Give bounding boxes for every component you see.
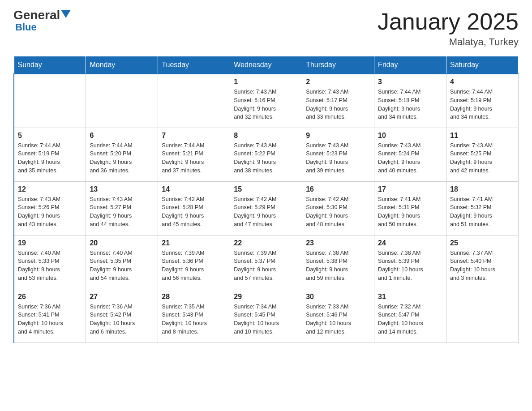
- table-row: 25Sunrise: 7:37 AMSunset: 5:40 PMDayligh…: [446, 235, 519, 289]
- day-number: 31: [378, 293, 442, 301]
- header-saturday: Saturday: [446, 56, 519, 74]
- table-row: 11Sunrise: 7:43 AMSunset: 5:25 PMDayligh…: [446, 128, 519, 181]
- day-info: Sunrise: 7:38 AMSunset: 5:38 PMDaylight:…: [306, 249, 370, 283]
- day-info: Sunrise: 7:44 AMSunset: 5:19 PMDaylight:…: [450, 88, 515, 121]
- table-row: 16Sunrise: 7:42 AMSunset: 5:30 PMDayligh…: [302, 181, 374, 235]
- header-monday: Monday: [86, 56, 158, 74]
- table-row: 1Sunrise: 7:43 AMSunset: 5:16 PMDaylight…: [230, 74, 302, 128]
- day-info: Sunrise: 7:44 AMSunset: 5:20 PMDaylight:…: [90, 141, 154, 175]
- day-info: Sunrise: 7:43 AMSunset: 5:26 PMDaylight:…: [18, 195, 82, 229]
- day-info: Sunrise: 7:43 AMSunset: 5:17 PMDaylight:…: [306, 88, 370, 121]
- table-row: 4Sunrise: 7:44 AMSunset: 5:19 PMDaylight…: [446, 74, 519, 128]
- table-row: 8Sunrise: 7:43 AMSunset: 5:22 PMDaylight…: [230, 128, 302, 181]
- table-row: 26Sunrise: 7:36 AMSunset: 5:41 PMDayligh…: [14, 289, 86, 342]
- header-wednesday: Wednesday: [230, 56, 302, 74]
- day-info: Sunrise: 7:32 AMSunset: 5:47 PMDaylight:…: [378, 303, 442, 336]
- calendar-week-row: 19Sunrise: 7:40 AMSunset: 5:33 PMDayligh…: [14, 235, 519, 289]
- table-row: 19Sunrise: 7:40 AMSunset: 5:33 PMDayligh…: [14, 235, 86, 289]
- day-info: Sunrise: 7:40 AMSunset: 5:33 PMDaylight:…: [18, 249, 82, 283]
- day-number: 11: [450, 132, 515, 140]
- table-row: 17Sunrise: 7:41 AMSunset: 5:31 PMDayligh…: [374, 181, 446, 235]
- table-row: [86, 74, 158, 128]
- day-info: Sunrise: 7:43 AMSunset: 5:25 PMDaylight:…: [450, 141, 515, 175]
- logo: General Blue: [13, 9, 71, 33]
- day-info: Sunrise: 7:33 AMSunset: 5:46 PMDaylight:…: [306, 303, 370, 336]
- header-thursday: Thursday: [302, 56, 374, 74]
- table-row: 12Sunrise: 7:43 AMSunset: 5:26 PMDayligh…: [14, 181, 86, 235]
- day-number: 20: [90, 239, 154, 247]
- calendar-week-row: 5Sunrise: 7:44 AMSunset: 5:19 PMDaylight…: [14, 128, 519, 181]
- table-row: 22Sunrise: 7:39 AMSunset: 5:37 PMDayligh…: [230, 235, 302, 289]
- day-info: Sunrise: 7:43 AMSunset: 5:27 PMDaylight:…: [90, 195, 154, 229]
- table-row: [14, 74, 86, 128]
- day-info: Sunrise: 7:44 AMSunset: 5:19 PMDaylight:…: [18, 141, 82, 175]
- table-row: 18Sunrise: 7:41 AMSunset: 5:32 PMDayligh…: [446, 181, 519, 235]
- day-info: Sunrise: 7:39 AMSunset: 5:37 PMDaylight:…: [234, 249, 298, 283]
- table-row: 10Sunrise: 7:43 AMSunset: 5:24 PMDayligh…: [374, 128, 446, 181]
- day-info: Sunrise: 7:41 AMSunset: 5:32 PMDaylight:…: [450, 195, 515, 229]
- day-number: 27: [90, 293, 154, 301]
- day-number: 28: [162, 293, 226, 301]
- day-info: Sunrise: 7:44 AMSunset: 5:21 PMDaylight:…: [162, 141, 226, 175]
- table-row: 24Sunrise: 7:38 AMSunset: 5:39 PMDayligh…: [374, 235, 446, 289]
- day-info: Sunrise: 7:34 AMSunset: 5:45 PMDaylight:…: [234, 303, 298, 336]
- calendar-subtitle: Malatya, Turkey: [378, 36, 519, 48]
- table-row: 2Sunrise: 7:43 AMSunset: 5:17 PMDaylight…: [302, 74, 374, 128]
- table-row: 13Sunrise: 7:43 AMSunset: 5:27 PMDayligh…: [86, 181, 158, 235]
- day-number: 14: [162, 185, 226, 193]
- day-number: 10: [378, 132, 442, 140]
- day-number: 26: [18, 293, 82, 301]
- header: General Blue January 2025 Malatya, Turke…: [13, 9, 519, 48]
- day-number: 19: [18, 239, 82, 247]
- table-row: 27Sunrise: 7:36 AMSunset: 5:42 PMDayligh…: [86, 289, 158, 342]
- table-row: 3Sunrise: 7:44 AMSunset: 5:18 PMDaylight…: [374, 74, 446, 128]
- table-row: 6Sunrise: 7:44 AMSunset: 5:20 PMDaylight…: [86, 128, 158, 181]
- day-info: Sunrise: 7:36 AMSunset: 5:41 PMDaylight:…: [18, 303, 82, 336]
- day-info: Sunrise: 7:37 AMSunset: 5:40 PMDaylight:…: [450, 249, 515, 283]
- day-info: Sunrise: 7:43 AMSunset: 5:22 PMDaylight:…: [234, 141, 298, 175]
- table-row: 7Sunrise: 7:44 AMSunset: 5:21 PMDaylight…: [158, 128, 230, 181]
- day-number: 13: [90, 185, 154, 193]
- day-info: Sunrise: 7:43 AMSunset: 5:23 PMDaylight:…: [306, 141, 370, 175]
- day-number: 17: [378, 185, 442, 193]
- day-info: Sunrise: 7:36 AMSunset: 5:42 PMDaylight:…: [90, 303, 154, 336]
- logo-general: General: [13, 9, 60, 21]
- day-number: 24: [378, 239, 442, 247]
- day-number: 5: [18, 132, 82, 140]
- day-number: 21: [162, 239, 226, 247]
- table-row: 20Sunrise: 7:40 AMSunset: 5:35 PMDayligh…: [86, 235, 158, 289]
- day-number: 7: [162, 132, 226, 140]
- table-row: 14Sunrise: 7:42 AMSunset: 5:28 PMDayligh…: [158, 181, 230, 235]
- day-info: Sunrise: 7:40 AMSunset: 5:35 PMDaylight:…: [90, 249, 154, 283]
- logo-triangle-icon: [61, 10, 71, 20]
- table-row: 29Sunrise: 7:34 AMSunset: 5:45 PMDayligh…: [230, 289, 302, 342]
- day-info: Sunrise: 7:42 AMSunset: 5:28 PMDaylight:…: [162, 195, 226, 229]
- table-row: [446, 289, 519, 342]
- title-area: January 2025 Malatya, Turkey: [378, 9, 519, 48]
- table-row: 9Sunrise: 7:43 AMSunset: 5:23 PMDaylight…: [302, 128, 374, 181]
- day-info: Sunrise: 7:44 AMSunset: 5:18 PMDaylight:…: [378, 88, 442, 121]
- day-number: 12: [18, 185, 82, 193]
- svg-marker-0: [61, 10, 71, 18]
- day-number: 23: [306, 239, 370, 247]
- table-row: 21Sunrise: 7:39 AMSunset: 5:36 PMDayligh…: [158, 235, 230, 289]
- logo-blue: Blue: [15, 21, 37, 33]
- day-info: Sunrise: 7:43 AMSunset: 5:16 PMDaylight:…: [234, 88, 298, 121]
- day-info: Sunrise: 7:35 AMSunset: 5:43 PMDaylight:…: [162, 303, 226, 336]
- header-tuesday: Tuesday: [158, 56, 230, 74]
- calendar-week-row: 26Sunrise: 7:36 AMSunset: 5:41 PMDayligh…: [14, 289, 519, 342]
- header-friday: Friday: [374, 56, 446, 74]
- day-number: 29: [234, 293, 298, 301]
- header-sunday: Sunday: [14, 56, 86, 74]
- calendar-table: Sunday Monday Tuesday Wednesday Thursday…: [13, 56, 519, 343]
- day-number: 4: [450, 78, 515, 86]
- day-info: Sunrise: 7:38 AMSunset: 5:39 PMDaylight:…: [378, 249, 442, 283]
- table-row: 31Sunrise: 7:32 AMSunset: 5:47 PMDayligh…: [374, 289, 446, 342]
- calendar-title: January 2025: [378, 9, 519, 34]
- day-number: 3: [378, 78, 442, 86]
- table-row: 28Sunrise: 7:35 AMSunset: 5:43 PMDayligh…: [158, 289, 230, 342]
- day-number: 15: [234, 185, 298, 193]
- table-row: 30Sunrise: 7:33 AMSunset: 5:46 PMDayligh…: [302, 289, 374, 342]
- day-number: 9: [306, 132, 370, 140]
- day-number: 8: [234, 132, 298, 140]
